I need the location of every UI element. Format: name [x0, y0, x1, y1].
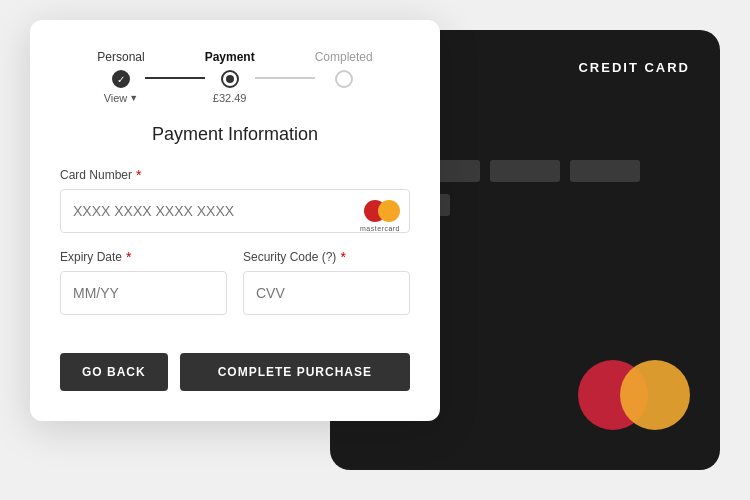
complete-purchase-button[interactable]: COMPLETE PURCHASE	[180, 353, 410, 391]
security-label: Security Code (?) *	[243, 249, 410, 265]
mastercard-badge: mastercard	[364, 200, 400, 222]
step-payment-circle	[221, 70, 239, 88]
card-bar-2	[490, 160, 560, 182]
mc-badge-orange	[378, 200, 400, 222]
card-number-label: Card Number *	[60, 167, 410, 183]
card-mastercard-logo	[578, 360, 690, 430]
step-personal: Personal ✓ View ▼	[97, 50, 144, 104]
expiry-security-row: Expiry Date * Security Code (?) *	[60, 249, 410, 331]
button-row: GO BACK COMPLETE PURCHASE	[60, 353, 410, 391]
go-back-button[interactable]: GO BACK	[60, 353, 168, 391]
step-payment-label: Payment	[205, 50, 255, 64]
step-personal-circle: ✓	[112, 70, 130, 88]
step-completed-circle	[335, 70, 353, 88]
payment-panel: Personal ✓ View ▼ Payment £32.49	[30, 20, 440, 421]
expiry-label: Expiry Date *	[60, 249, 227, 265]
card-number-field-group: Card Number * mastercard	[60, 167, 410, 233]
mc-orange-circle	[620, 360, 690, 430]
step-payment-sublabel: £32.49	[213, 92, 247, 104]
chevron-down-icon: ▼	[129, 93, 138, 103]
check-icon: ✓	[117, 74, 125, 85]
expiry-input[interactable]	[60, 271, 227, 315]
card-bar-3	[570, 160, 640, 182]
step-payment: Payment £32.49	[205, 50, 255, 104]
security-input[interactable]	[243, 271, 410, 315]
security-field-group: Security Code (?) *	[243, 249, 410, 315]
card-number-input[interactable]	[60, 189, 410, 233]
step-personal-label: Personal	[97, 50, 144, 64]
expiry-field-group: Expiry Date *	[60, 249, 227, 315]
required-star-expiry: *	[126, 249, 131, 265]
required-star-card: *	[136, 167, 141, 183]
step-line-1	[145, 77, 205, 79]
required-star-cvv: *	[340, 249, 345, 265]
panel-title: Payment Information	[60, 124, 410, 145]
step-completed: Completed	[315, 50, 373, 88]
step-completed-label: Completed	[315, 50, 373, 64]
card-number-input-wrapper: mastercard	[60, 189, 410, 233]
active-dot	[226, 75, 234, 83]
step-personal-sublabel: View ▼	[104, 92, 139, 104]
step-line-2	[255, 77, 315, 79]
mc-badge-label: mastercard	[360, 225, 400, 232]
progress-steps: Personal ✓ View ▼ Payment £32.49	[60, 50, 410, 104]
